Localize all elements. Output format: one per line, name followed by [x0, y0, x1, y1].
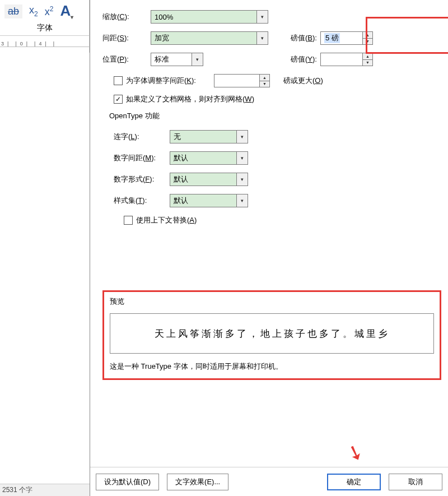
scale-row: 缩放(C): 100% ▾	[102, 10, 441, 24]
styleset-label: 样式集(T):	[114, 196, 170, 206]
position-label: 位置(P):	[102, 54, 151, 64]
ligatures-label: 连字(L):	[114, 132, 170, 142]
numspacing-row: 数字间距(M): 默认 ▾	[114, 151, 441, 165]
kerning-spinner[interactable]: ▲ ▼	[214, 74, 270, 87]
text-effects-button[interactable]: A▾	[60, 2, 73, 20]
snapgrid-checkbox[interactable]: ✓	[114, 95, 123, 104]
kerning-checkbox[interactable]	[114, 76, 123, 85]
numforms-label: 数字形式(F):	[114, 174, 170, 184]
snapgrid-label: 如果定义了文档网格，则对齐到网格(W)	[126, 94, 254, 104]
position-points-value[interactable]	[320, 53, 363, 66]
dialog-button-bar: 设为默认值(D) 文字效果(E)... 确定 取消	[90, 467, 448, 496]
kerning-checkbox-row[interactable]: 为字体调整字间距(K): ▲ ▼ 磅或更大(O)	[114, 74, 441, 87]
text-effects-button[interactable]: 文字效果(E)...	[167, 474, 228, 490]
numspacing-dropdown-icon[interactable]: ▾	[237, 151, 248, 165]
preview-sample-text: 天上风筝渐渐多了，地上孩子也多了。城里乡	[110, 313, 434, 354]
ligatures-row: 连字(L): 无 ▾	[114, 130, 441, 143]
position-row: 位置(P): 标准 ▾ 磅值(Y): ▲ ▼	[102, 53, 441, 66]
position-combo[interactable]: 标准 ▾	[151, 53, 203, 66]
numforms-row: 数字形式(F): 默认 ▾	[114, 173, 441, 186]
document-area[interactable]	[0, 53, 90, 484]
ribbon-group-label-font[interactable]: 字体	[0, 21, 89, 36]
spacing-row: 间距(S): 加宽 ▾ 磅值(B): 5 磅 ▲ ▼	[102, 31, 441, 45]
spinner-up-icon[interactable]: ▲	[363, 53, 372, 60]
contextual-checkbox-row[interactable]: 使用上下文替换(A)	[124, 215, 441, 225]
numforms-dropdown-icon[interactable]: ▾	[237, 173, 248, 186]
spacing-dropdown-icon[interactable]: ▾	[257, 31, 268, 45]
numspacing-value[interactable]: 默认	[170, 151, 237, 165]
strikethrough-icon[interactable]: ab	[4, 4, 22, 18]
scale-combo[interactable]: 100% ▾	[151, 10, 268, 24]
spinner-down-icon[interactable]: ▼	[363, 39, 372, 45]
subscript-button[interactable]: x2	[29, 4, 38, 18]
scale-value[interactable]: 100%	[151, 10, 257, 24]
points-value[interactable]: 5 磅	[320, 31, 363, 45]
snapgrid-checkbox-row[interactable]: ✓ 如果定义了文档网格，则对齐到网格(W)	[114, 94, 441, 104]
opentype-header: OpenType 功能	[109, 111, 441, 121]
spinner-up-icon[interactable]: ▲	[260, 75, 269, 81]
ligatures-combo[interactable]: 无 ▾	[170, 130, 248, 143]
spinner-down-icon[interactable]: ▼	[363, 60, 372, 66]
position-points-label: 磅值(Y):	[291, 54, 317, 64]
styleset-row: 样式集(T): 默认 ▾	[114, 194, 441, 207]
truetype-note: 这是一种 TrueType 字体，同时适用于屏幕和打印机。	[110, 361, 434, 372]
ribbon-font-group-icons: ab x2 x2 A▾	[0, 0, 89, 21]
scale-label: 缩放(C):	[102, 12, 151, 22]
numforms-value[interactable]: 默认	[170, 173, 237, 186]
spacing-label: 间距(S):	[102, 33, 151, 43]
annotation-red-box-preview: 预览 天上风筝渐渐多了，地上孩子也多了。城里乡 这是一种 TrueType 字体…	[102, 290, 441, 380]
numspacing-combo[interactable]: 默认 ▾	[170, 151, 248, 165]
contextual-checkbox[interactable]	[124, 216, 133, 225]
position-points-spinner[interactable]: ▲ ▼	[320, 53, 373, 66]
numspacing-label: 数字间距(M):	[114, 153, 170, 163]
styleset-combo[interactable]: 默认 ▾	[170, 194, 248, 207]
spacing-value[interactable]: 加宽	[151, 31, 257, 45]
spinner-down-icon[interactable]: ▼	[260, 81, 269, 87]
word-window-left-pane: ab x2 x2 A▾ 字体 3||0||4|| 2531 个字	[0, 0, 90, 496]
styleset-value[interactable]: 默认	[170, 194, 237, 207]
kerning-label: 为字体调整字间距(K):	[126, 76, 196, 86]
position-dropdown-icon[interactable]: ▾	[192, 53, 203, 66]
scale-dropdown-icon[interactable]: ▾	[257, 10, 268, 24]
kerning-trail-label: 磅或更大(O)	[283, 76, 323, 86]
superscript-button[interactable]: x2	[45, 5, 54, 18]
contextual-label: 使用上下文替换(A)	[136, 215, 197, 225]
ligatures-value[interactable]: 无	[170, 130, 237, 143]
position-points-spinner-buttons[interactable]: ▲ ▼	[363, 53, 373, 66]
position-value[interactable]: 标准	[151, 53, 192, 66]
status-bar[interactable]: 2531 个字	[0, 484, 90, 496]
set-default-button[interactable]: 设为默认值(D)	[96, 474, 159, 490]
annotation-arrow-icon: ➘	[343, 439, 367, 467]
points-spinner-buttons[interactable]: ▲ ▼	[363, 31, 373, 45]
font-dialog: 缩放(C): 100% ▾ 间距(S): 加宽 ▾ 磅值(B): 5 磅	[90, 0, 448, 496]
horizontal-ruler[interactable]: 3||0||4||	[0, 36, 89, 47]
numforms-combo[interactable]: 默认 ▾	[170, 173, 248, 186]
cancel-button[interactable]: 取消	[389, 474, 442, 490]
ok-button[interactable]: 确定	[327, 474, 381, 490]
spinner-up-icon[interactable]: ▲	[363, 32, 372, 39]
points-label: 磅值(B):	[291, 33, 317, 43]
kerning-value[interactable]	[214, 74, 260, 87]
kerning-spinner-buttons[interactable]: ▲ ▼	[260, 74, 270, 87]
ligatures-dropdown-icon[interactable]: ▾	[237, 130, 248, 143]
styleset-dropdown-icon[interactable]: ▾	[237, 194, 248, 207]
preview-title: 预览	[110, 296, 434, 307]
spacing-combo[interactable]: 加宽 ▾	[151, 31, 268, 45]
points-spinner[interactable]: 5 磅 ▲ ▼	[320, 31, 373, 45]
